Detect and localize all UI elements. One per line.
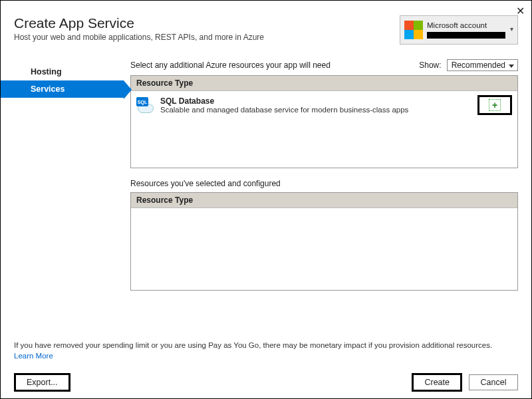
learn-more-link[interactable]: Learn More [14,352,53,360]
sql-database-icon: SQL [136,97,155,113]
spending-warning: If you have removed your spending limit … [14,340,518,361]
dialog-header: Create App Service Host your web and mob… [1,1,531,49]
tab-services[interactable]: Services [1,80,124,98]
microsoft-logo-icon [404,21,423,39]
create-button[interactable]: Create [412,373,462,392]
available-resources-list: Resource Type SQL SQL Database Scalable … [130,75,518,168]
page-subtitle: Host your web and mobile applications, R… [14,33,264,42]
side-tabs: Hosting Services [1,59,124,320]
add-resource-button[interactable]: + [477,95,512,115]
show-label: Show: [419,61,441,70]
resource-title: SQL Database [160,96,408,106]
account-email-redacted [427,32,505,39]
pick-resources-label: Select any additional Azure resources yo… [130,61,331,70]
cancel-button[interactable]: Cancel [469,374,518,390]
show-filter-select[interactable]: Recommended [447,59,518,71]
resource-row-sql-database[interactable]: SQL SQL Database Scalable and managed da… [131,91,517,119]
account-label: Microsoft account [427,21,513,30]
plus-icon: + [489,99,501,111]
selected-resources-label: Resources you've selected and configured [130,179,518,188]
selected-resources-list: Resource Type [130,192,518,291]
chevron-down-icon: ▾ [510,25,513,33]
tab-hosting[interactable]: Hosting [1,63,124,80]
resource-description: Scalable and managed database service fo… [160,106,408,114]
page-title: Create App Service [14,15,264,31]
export-button[interactable]: Export... [14,373,70,392]
account-picker[interactable]: Microsoft account ▾ [400,15,518,45]
available-list-header: Resource Type [131,76,517,91]
dialog-footer: Export... Create Cancel [1,366,531,398]
selected-list-header: Resource Type [131,193,517,208]
